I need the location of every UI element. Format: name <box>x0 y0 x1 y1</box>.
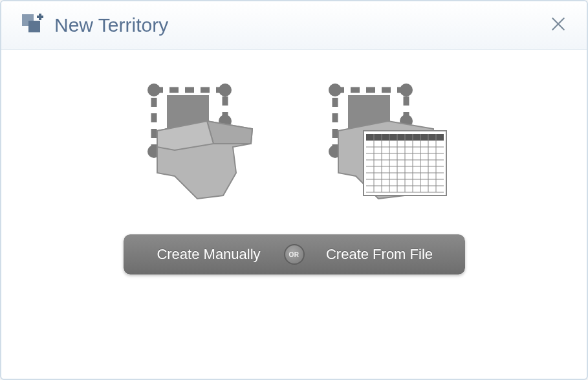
create-manually-button[interactable]: Create Manually <box>124 234 294 274</box>
dialog-body: Create Manually Create From File OR <box>1 50 587 274</box>
svg-rect-1 <box>28 21 40 32</box>
svg-point-8 <box>219 84 232 96</box>
illustration-create-manually <box>136 82 265 205</box>
header-left: New Territory <box>21 13 168 38</box>
close-button[interactable] <box>549 16 567 34</box>
svg-point-7 <box>147 84 160 96</box>
close-icon <box>550 16 567 35</box>
new-territory-dialog: New Territory <box>0 0 588 380</box>
dialog-title: New Territory <box>54 14 168 36</box>
territory-plus-icon <box>21 13 45 38</box>
illustration-create-from-file <box>323 82 453 205</box>
svg-point-13 <box>329 84 342 96</box>
svg-rect-3 <box>39 14 41 20</box>
or-badge: OR <box>284 244 305 265</box>
button-bar: Create Manually Create From File OR <box>124 234 465 274</box>
option-illustrations <box>136 82 453 205</box>
dialog-header: New Territory <box>1 1 587 50</box>
svg-point-14 <box>400 84 413 96</box>
create-from-file-button[interactable]: Create From File <box>294 234 465 274</box>
